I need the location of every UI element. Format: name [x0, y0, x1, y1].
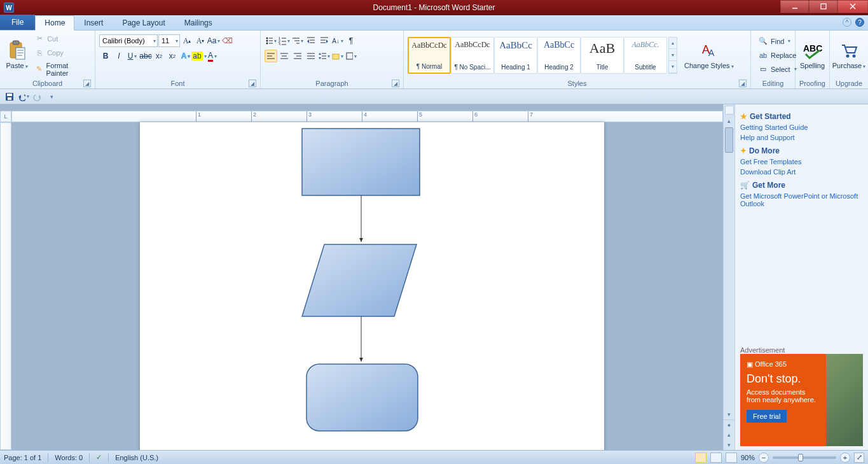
purchase-button[interactable]: Purchase: [834, 38, 864, 72]
save-button[interactable]: [4, 91, 15, 102]
superscript-button[interactable]: x2: [166, 50, 179, 62]
decrease-indent-button[interactable]: [305, 34, 317, 47]
style-heading-1[interactable]: AaBbCcHeading 1: [494, 37, 537, 74]
clipboard-group-label: Clipboard: [32, 80, 62, 87]
zoom-slider[interactable]: [773, 456, 836, 459]
close-button[interactable]: [837, 0, 868, 13]
status-page[interactable]: Page: 1 of 1: [4, 454, 41, 461]
file-tab[interactable]: File: [0, 15, 35, 30]
spelling-button[interactable]: ABC Spelling: [799, 38, 825, 71]
italic-button[interactable]: I: [113, 50, 125, 62]
align-left-button[interactable]: [265, 50, 277, 62]
help-icon[interactable]: ?: [855, 18, 864, 27]
bold-button[interactable]: B: [99, 50, 112, 62]
font-name-select[interactable]: Calibri (Body)▾: [99, 34, 158, 47]
link-templates[interactable]: Get Free Templates: [740, 158, 863, 165]
align-right-button[interactable]: [291, 50, 304, 62]
styles-scroll[interactable]: ▴▾▾: [668, 37, 677, 74]
link-get-office[interactable]: Get Microsoft PowerPoint or Microsoft Ou…: [740, 192, 863, 207]
font-size-value: 11: [162, 37, 169, 45]
style-subtitle[interactable]: AaBbCc.Subtitle: [624, 37, 667, 74]
zoom-level[interactable]: 90%: [741, 454, 755, 461]
underline-button[interactable]: U: [126, 50, 139, 62]
style-title[interactable]: AaBTitle: [581, 37, 624, 74]
ruler-toggle[interactable]: [725, 106, 734, 115]
ribbon: Paste ✂Cut ⎘Copy ✎Format Painter Clipboa…: [0, 31, 868, 89]
paste-button[interactable]: Paste: [4, 38, 30, 72]
undo-button[interactable]: [18, 91, 29, 102]
qat-customize[interactable]: ▾: [46, 91, 57, 102]
justify-button[interactable]: [305, 50, 317, 62]
zoom-in-button[interactable]: +: [840, 453, 850, 463]
shading-button[interactable]: [331, 50, 344, 62]
advertisement[interactable]: ▣ Office 365 Don't stop. Access document…: [740, 354, 863, 446]
fullscreen-reading-view[interactable]: [710, 453, 722, 463]
ad-cta-button[interactable]: Free trial: [747, 410, 787, 423]
fit-to-window-button[interactable]: ⤢: [854, 453, 864, 463]
style---no-spaci---[interactable]: AaBbCcDc¶ No Spaci...: [451, 37, 494, 74]
link-clipart[interactable]: Download Clip Art: [740, 168, 863, 176]
vertical-scrollbar[interactable]: ▴ ▾ ● ▴ ▾: [723, 104, 734, 450]
paragraph-dialog-launcher[interactable]: ◢: [392, 80, 399, 87]
clipboard-dialog-launcher[interactable]: ◢: [83, 80, 91, 87]
change-case-button[interactable]: Aa: [207, 34, 220, 47]
tab-page-layout[interactable]: Page Layout: [113, 15, 174, 30]
maximize-button[interactable]: [809, 0, 837, 13]
multilevel-list-button[interactable]: [291, 34, 304, 47]
title-bar: W Document1 - Microsoft Word Starter: [0, 0, 868, 15]
document-area[interactable]: L 1234567 ▴ ▾ ● ▴ ▾: [0, 104, 734, 450]
strikethrough-button[interactable]: abc: [139, 50, 152, 62]
copy-button[interactable]: ⎘Copy: [31, 46, 91, 59]
borders-button[interactable]: [345, 50, 357, 62]
styles-group-label: Styles: [568, 80, 587, 87]
bullets-button[interactable]: [265, 34, 277, 47]
proofing-status-icon[interactable]: ✓: [96, 453, 102, 461]
style---normal[interactable]: AaBbCcDc¶ Normal: [408, 37, 451, 74]
document-page[interactable]: [140, 122, 604, 450]
cut-label: Cut: [47, 35, 58, 43]
flowchart-data-shape: [302, 244, 417, 316]
tab-insert[interactable]: Insert: [74, 15, 113, 30]
tab-mailings[interactable]: Mailings: [175, 15, 222, 30]
horizontal-ruler[interactable]: 1234567: [11, 111, 723, 122]
format-painter-button[interactable]: ✎Format Painter: [31, 60, 91, 78]
font-color-button[interactable]: A: [206, 50, 219, 62]
find-button[interactable]: 🔍Find: [755, 35, 800, 48]
show-marks-button[interactable]: ¶: [345, 34, 357, 47]
print-layout-view[interactable]: [695, 453, 706, 463]
redo-button[interactable]: [32, 91, 43, 102]
subscript-button[interactable]: x2: [153, 50, 165, 62]
styles-dialog-launcher[interactable]: ◢: [739, 80, 747, 87]
ad-brand: Office 365: [755, 360, 787, 368]
vertical-ruler[interactable]: [0, 122, 11, 450]
status-words[interactable]: Words: 0: [55, 454, 83, 461]
sort-button[interactable]: A↓: [331, 34, 344, 47]
change-styles-button[interactable]: AA Change Styles: [681, 38, 737, 72]
line-spacing-button[interactable]: [318, 50, 331, 62]
font-dialog-launcher[interactable]: ◢: [249, 80, 256, 87]
shrink-font-button[interactable]: A▾: [194, 34, 207, 47]
group-clipboard: Paste ✂Cut ⎘Copy ✎Format Painter Clipboa…: [0, 31, 95, 88]
increase-indent-button[interactable]: [318, 34, 331, 47]
grow-font-button[interactable]: A▴: [181, 34, 193, 47]
style-heading-2[interactable]: AaBbCcHeading 2: [537, 37, 581, 74]
link-getting-started[interactable]: Getting Started Guide: [740, 123, 863, 131]
replace-button[interactable]: abReplace: [755, 49, 800, 62]
align-center-button[interactable]: [278, 50, 291, 62]
select-button[interactable]: ▭Select: [755, 63, 800, 76]
tab-selector[interactable]: L: [0, 111, 11, 122]
clear-formatting-button[interactable]: ⌫: [221, 34, 233, 47]
status-language[interactable]: English (U.S.): [115, 454, 158, 461]
tab-home[interactable]: Home: [35, 15, 74, 31]
web-layout-view[interactable]: [726, 453, 737, 463]
link-help-support[interactable]: Help and Support: [740, 134, 863, 141]
numbering-button[interactable]: 123: [278, 34, 291, 47]
cut-button[interactable]: ✂Cut: [31, 32, 91, 45]
zoom-out-button[interactable]: −: [759, 453, 769, 463]
scrollbar-thumb[interactable]: [725, 127, 733, 153]
minimize-ribbon-icon[interactable]: ^: [843, 18, 851, 27]
text-effects-button[interactable]: A: [179, 50, 192, 62]
font-size-select[interactable]: 11▾: [158, 34, 180, 47]
highlight-button[interactable]: ab: [193, 50, 205, 62]
minimize-button[interactable]: [780, 0, 809, 13]
